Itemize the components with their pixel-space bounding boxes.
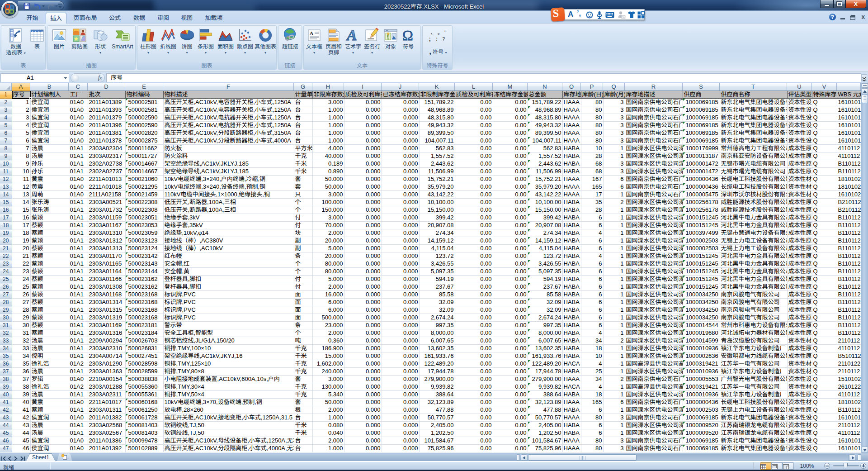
svg-text:A: A: [346, 28, 357, 43]
svg-text:A: A: [310, 30, 313, 36]
svg-text:26: 26: [622, 15, 625, 19]
svg-text:Ω: Ω: [402, 28, 413, 43]
